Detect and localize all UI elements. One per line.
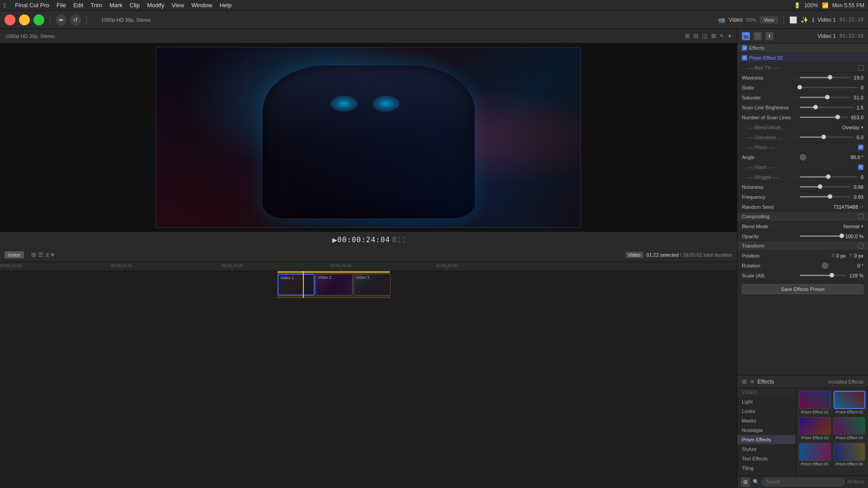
effect-thumb-3[interactable]	[799, 417, 831, 435]
inspector-toggle-icon[interactable]: ⬜	[789, 16, 797, 23]
effect-thumb-5[interactable]	[799, 443, 831, 461]
play-button[interactable]: ▶	[332, 236, 337, 244]
menu-fcp[interactable]: Final Cut Pro	[15, 2, 49, 9]
effects-cat-masks[interactable]: Masks	[737, 416, 796, 426]
menu-window[interactable]: Window	[191, 2, 212, 9]
arrow-btn[interactable]: ↖	[720, 33, 725, 39]
video-clip-1[interactable]: Video 1	[278, 274, 315, 296]
waviness-slider[interactable]	[800, 77, 850, 78]
prism-effect-checkbox[interactable]: ✓	[742, 55, 747, 61]
prism-toggle-checkbox[interactable]: ✓	[858, 145, 863, 150]
transform-expand-icon[interactable]	[858, 243, 863, 249]
transform-label: Transform	[742, 243, 764, 249]
layout-btn-1[interactable]: ⊞	[685, 33, 690, 39]
noisiness-slider[interactable]	[800, 186, 850, 188]
angle-knob[interactable]	[800, 154, 806, 160]
audio-inspector-icon[interactable]: 🎵	[754, 32, 762, 40]
rotation-knob[interactable]	[822, 263, 828, 269]
effect-item-4[interactable]: Prism Effect 04	[834, 417, 866, 441]
grid-view-icon[interactable]: ⊞	[742, 378, 747, 385]
random-seed-refresh-icon[interactable]: ↺	[860, 204, 863, 209]
scale-slider[interactable]	[800, 275, 846, 276]
static-slider[interactable]	[800, 87, 857, 88]
menu-clip[interactable]: Clip	[130, 2, 140, 9]
flash-checkbox[interactable]: ✓	[858, 164, 863, 170]
effects-cat-nostalgia[interactable]: Nostalgia	[737, 426, 796, 435]
overdrive-slider[interactable]	[800, 136, 853, 138]
playhead[interactable]	[303, 271, 304, 298]
timeline-content[interactable]: Video 1 Video 2 Video 3	[0, 271, 737, 488]
layout-btn-2[interactable]: ⊟	[693, 33, 698, 39]
frequency-slider[interactable]	[800, 196, 850, 197]
noisiness-row: Noisiness 0.68	[737, 182, 868, 192]
info-icon[interactable]: ℹ	[812, 16, 814, 23]
saturate-value: 51.0	[854, 95, 863, 100]
random-seed-row: Random Seed 731479488 ↺	[737, 202, 868, 212]
opacity-slider[interactable]	[800, 235, 842, 237]
layout-btn-4[interactable]: ⊠	[711, 33, 716, 39]
menu-trim[interactable]: Trim	[90, 2, 102, 9]
effect-thumb-6[interactable]	[834, 443, 866, 461]
more-view-btn[interactable]: ▾	[51, 251, 54, 258]
minimize-window-btn[interactable]	[19, 14, 30, 25]
angle-view-btn[interactable]: ⧖	[45, 251, 49, 258]
effects-cat-light[interactable]: Light	[737, 397, 796, 407]
resolution-label: 1080p HD 30p, Stereo	[5, 33, 55, 39]
bad-tv-checkbox[interactable]	[858, 65, 863, 70]
effects-cat-stylize[interactable]: Stylize	[737, 445, 796, 454]
list-view-btn[interactable]: ☰	[38, 251, 43, 258]
timeline-ruler: 00:00:10:00 00:00:15:00 00:00:20:00 00:0…	[0, 262, 737, 271]
layout-btn-3[interactable]: ◫	[702, 33, 708, 39]
saturate-slider-fill	[800, 97, 827, 98]
effects-browser-footer: ⊞ 🔍 30 Items	[737, 475, 868, 488]
more-btn[interactable]: ▾	[728, 33, 731, 39]
menu-help[interactable]: Help	[220, 2, 232, 9]
video-label: Video	[625, 252, 643, 258]
effect-item-6[interactable]: Prism Effect 06	[834, 443, 866, 466]
view-btn[interactable]: View	[760, 16, 778, 23]
refresh-btn[interactable]: ↺	[70, 14, 81, 25]
clip-view-btn[interactable]: ⊞	[31, 251, 36, 258]
video-inspector-icon[interactable]: 🎬	[742, 32, 750, 40]
effect-thumb-1[interactable]	[799, 391, 831, 409]
effect-item-5[interactable]: Prism Effect 05	[799, 443, 831, 466]
zoom-level: 50%	[746, 17, 756, 23]
video-clip-2[interactable]: Video 2	[316, 274, 353, 296]
effects-cat-text[interactable]: Text Effects	[737, 454, 796, 464]
fullscreen-btn[interactable]: ⛶	[398, 236, 405, 244]
back-btn[interactable]: ⬅	[56, 14, 66, 25]
apple-menu[interactable]: 	[4, 2, 6, 9]
effects-cat-tiling[interactable]: Tiling	[737, 464, 796, 473]
scan-lines-slider[interactable]	[800, 117, 847, 118]
menu-modify[interactable]: Modify	[147, 2, 164, 9]
info-inspector-icon[interactable]: ℹ	[765, 32, 774, 40]
effect-item-3[interactable]: Prism Effect 03	[799, 417, 831, 441]
save-preset-btn[interactable]: Save Effects Preset	[742, 284, 863, 294]
scan-brightness-slider[interactable]	[800, 107, 853, 108]
menu-mark[interactable]: Mark	[109, 2, 123, 9]
ruler-mark-2: 00:00:15:00	[111, 263, 132, 271]
timeline-tab-index[interactable]: Index	[5, 251, 24, 258]
maximize-window-btn[interactable]	[33, 14, 44, 25]
effect-thumb-4[interactable]	[834, 417, 866, 435]
effect-item-2[interactable]: Prism Effect 02	[834, 391, 866, 414]
wriggle-slider[interactable]	[800, 176, 857, 178]
menu-edit[interactable]: Edit	[73, 2, 83, 9]
effects-cat-prism[interactable]: Prism Effects	[737, 435, 796, 445]
compositing-expand-icon[interactable]	[858, 214, 863, 219]
effects-icon[interactable]: ✨	[801, 16, 808, 23]
effects-cat-looks[interactable]: Looks	[737, 407, 796, 416]
effects-video-section: VIDEO	[737, 388, 796, 397]
menu-view[interactable]: View	[171, 2, 184, 9]
compositing-label: Compositing	[742, 214, 769, 219]
saturate-slider[interactable]	[800, 97, 850, 98]
video-clip-3[interactable]: Video 3	[354, 274, 391, 296]
menu-file[interactable]: File	[57, 2, 66, 9]
grid-footer-btn[interactable]: ⊞	[741, 478, 750, 487]
effects-checkbox[interactable]: ✓	[742, 45, 747, 51]
effects-search-input[interactable]	[762, 478, 844, 486]
close-window-btn[interactable]	[5, 14, 15, 25]
effect-item-1[interactable]: Prism Effect 01	[799, 391, 831, 414]
list-view-icon[interactable]: ≡	[750, 378, 754, 385]
effect-thumb-2[interactable]	[834, 391, 866, 409]
